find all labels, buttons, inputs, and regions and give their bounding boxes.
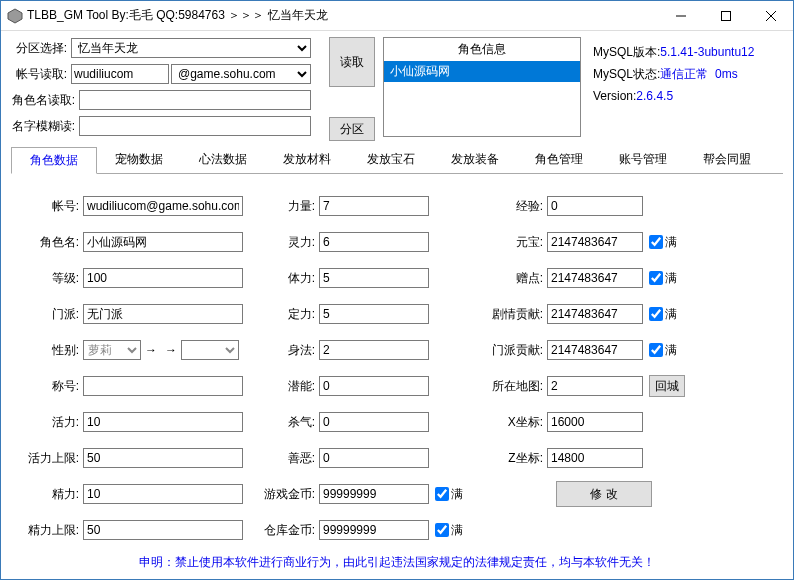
arrow-icon: → [161,343,181,357]
top-left-panel: 分区选择: 忆当年天龙 帐号读取: @game.sohu.com 角色名读取: … [11,37,321,141]
account-read-label: 帐号读取: [11,66,71,83]
title-field[interactable] [83,376,243,396]
juqing-full-check[interactable]: 满 [649,306,677,323]
gift-full-check[interactable]: 满 [649,270,677,287]
column-2: 力量: 灵力: 体力: 定力: 身法: 潜能: 杀气: 善恶: 游戏金币:满 仓… [263,188,463,548]
char-info-item[interactable]: 小仙源码网 [384,61,580,82]
modify-button[interactable]: 修 改 [556,481,652,507]
zone-button[interactable]: 分区 [329,117,375,141]
good-field[interactable] [319,448,429,468]
menpai-field[interactable] [83,304,243,324]
tab-xinfa[interactable]: 心法数据 [181,147,265,173]
app-icon [7,8,23,24]
backcity-button[interactable]: 回城 [649,375,685,397]
str-field[interactable] [319,196,429,216]
spi-field[interactable] [319,232,429,252]
minimize-button[interactable] [658,1,703,30]
window-title: TLBB_GM Tool By:毛毛 QQ:5984763 ＞＞＞ 忆当年天龙 [27,7,658,24]
tab-material[interactable]: 发放材料 [265,147,349,173]
char-info-title: 角色信息 [384,38,580,61]
gender-select-2[interactable] [181,340,239,360]
zone-select[interactable]: 忆当年天龙 [71,38,311,58]
mysql-version: 5.1.41-3ubuntu12 [660,45,754,59]
charname-field[interactable] [83,232,243,252]
tab-gem[interactable]: 发放宝石 [349,147,433,173]
juqing-field[interactable] [547,304,643,324]
vigor-field[interactable] [83,412,243,432]
gift-field[interactable] [547,268,643,288]
account-read-input[interactable] [71,64,169,84]
char-read-label: 角色名读取: [11,92,79,109]
arrow-icon: → [141,343,161,357]
gamegold-full-check[interactable]: 满 [435,486,463,503]
status-box: MySQL版本:5.1.41-3ubuntu12 MySQL状态:通信正常 0m… [593,37,773,141]
char-info-box: 角色信息 小仙源码网 [383,37,581,137]
zone-label: 分区选择: [11,40,71,57]
column-3: 经验: 元宝:满 赠点:满 剧情贡献:满 门派贡献:满 所在地图:回城 X坐标:… [483,188,685,548]
read-button[interactable]: 读取 [329,37,375,87]
fuzzy-input[interactable] [79,116,311,136]
yuanbao-full-check[interactable]: 满 [649,234,677,251]
mpgx-field[interactable] [547,340,643,360]
account-field[interactable] [83,196,243,216]
tab-guild[interactable]: 帮会同盟 [685,147,769,173]
tab-char-manage[interactable]: 角色管理 [517,147,601,173]
con-field[interactable] [319,268,429,288]
exp-field[interactable] [547,196,643,216]
kill-field[interactable] [319,412,429,432]
account-domain-select[interactable]: @game.sohu.com [171,64,311,84]
energy-field[interactable] [83,484,243,504]
gender-select[interactable]: 萝莉 [83,340,141,360]
svg-marker-0 [8,9,22,23]
x-field[interactable] [547,412,643,432]
mysql-state: 通信正常 [660,67,708,81]
app-version: 2.6.4.5 [636,89,673,103]
close-button[interactable] [748,1,793,30]
titlebar: TLBB_GM Tool By:毛毛 QQ:5984763 ＞＞＞ 忆当年天龙 [1,1,793,31]
svg-rect-2 [721,11,730,20]
column-1: 帐号: 角色名: 等级: 门派: 性别: 萝莉 → → 称号: 活力: 活力上限… [19,188,243,548]
mysql-ms: 0ms [715,67,738,81]
tab-account-manage[interactable]: 账号管理 [601,147,685,173]
pot-field[interactable] [319,376,429,396]
bankgold-field[interactable] [319,520,429,540]
footer-disclaimer: 申明：禁止使用本软件进行商业行为，由此引起违法国家规定的法律规定责任，均与本软件… [11,552,783,573]
tabs: 角色数据 宠物数据 心法数据 发放材料 发放宝石 发放装备 角色管理 账号管理 … [11,147,783,174]
energymax-field[interactable] [83,520,243,540]
bankgold-full-check[interactable]: 满 [435,522,463,539]
char-read-input[interactable] [79,90,311,110]
wil-field[interactable] [319,304,429,324]
vigormax-field[interactable] [83,448,243,468]
map-field[interactable] [547,376,643,396]
z-field[interactable] [547,448,643,468]
fuzzy-label: 名字模糊读: [11,118,79,135]
tab-pet-data[interactable]: 宠物数据 [97,147,181,173]
dex-field[interactable] [319,340,429,360]
level-field[interactable] [83,268,243,288]
tab-char-data[interactable]: 角色数据 [11,147,97,174]
maximize-button[interactable] [703,1,748,30]
mpgx-full-check[interactable]: 满 [649,342,677,359]
tab-equip[interactable]: 发放装备 [433,147,517,173]
yuanbao-field[interactable] [547,232,643,252]
gamegold-field[interactable] [319,484,429,504]
